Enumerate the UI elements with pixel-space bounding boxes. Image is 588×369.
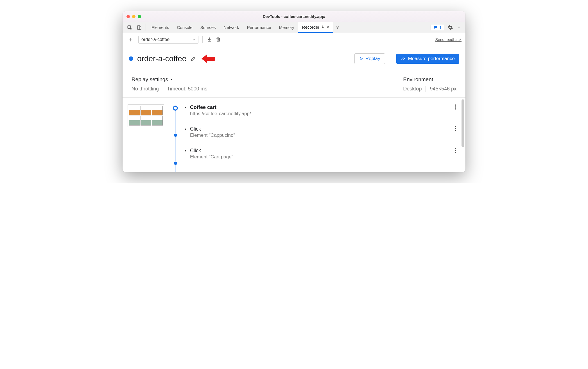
- play-icon: [359, 57, 363, 61]
- minimize-window-button[interactable]: [132, 15, 135, 18]
- svg-rect-2: [139, 27, 141, 29]
- step-subtitle: Element "Cart page": [190, 154, 233, 160]
- chat-icon: [433, 25, 438, 30]
- devtools-window: DevTools - coffee-cart.netlify.app/ Elem…: [123, 11, 465, 172]
- send-feedback-link[interactable]: Send feedback: [435, 37, 462, 42]
- inspect-element-icon[interactable]: [125, 22, 134, 33]
- recording-steps: Coffee cart https://coffee-cart.netlify.…: [123, 98, 465, 169]
- issues-button[interactable]: 1: [431, 25, 444, 30]
- step-menu-button[interactable]: [455, 104, 460, 110]
- measure-performance-button[interactable]: Measure performance: [396, 54, 459, 64]
- svg-point-6: [459, 28, 460, 29]
- step-title: Click: [190, 126, 235, 132]
- window-titlebar: DevTools - coffee-cart.netlify.app/: [123, 11, 465, 22]
- svg-point-4: [459, 26, 460, 26]
- zoom-window-button[interactable]: [138, 15, 141, 18]
- recording-title: order-a-coffee: [137, 54, 186, 63]
- svg-point-5: [459, 27, 460, 28]
- recording-status-dot: [129, 56, 133, 61]
- vertical-scrollbar[interactable]: [462, 99, 464, 147]
- timeline-node[interactable]: [174, 162, 177, 165]
- tab-performance[interactable]: Performance: [243, 22, 275, 33]
- timeline-node[interactable]: [173, 106, 178, 111]
- device-toolbar-icon[interactable]: [134, 22, 144, 33]
- environment-heading: Environment: [403, 76, 456, 83]
- recording-header: order-a-coffee Replay Measure performanc…: [123, 46, 465, 71]
- viewport-value: 945×546 px: [430, 86, 456, 92]
- recording-select-value: order-a-coffee: [141, 37, 169, 42]
- recorder-toolbar: ＋ order-a-coffee Send feedback: [123, 33, 465, 46]
- edit-title-button[interactable]: [190, 56, 196, 62]
- more-options-icon[interactable]: [456, 25, 462, 30]
- replay-settings-toggle[interactable]: Replay settings: [132, 76, 207, 83]
- expand-step-icon[interactable]: [184, 106, 187, 109]
- tab-elements[interactable]: Elements: [148, 22, 173, 33]
- issues-count: 1: [439, 25, 442, 30]
- window-title: DevTools - coffee-cart.netlify.app/: [123, 14, 465, 19]
- replay-label: Replay: [365, 56, 380, 62]
- measure-label: Measure performance: [408, 56, 455, 62]
- step-menu-button[interactable]: [455, 126, 460, 131]
- tab-network[interactable]: Network: [220, 22, 243, 33]
- tab-memory[interactable]: Memory: [275, 22, 298, 33]
- throttling-value: No throttling: [132, 86, 159, 92]
- delete-button[interactable]: [216, 37, 221, 42]
- step-subtitle: Element "Cappucino": [190, 133, 235, 138]
- timeline-node[interactable]: [174, 134, 177, 137]
- tab-sources[interactable]: Sources: [196, 22, 220, 33]
- tab-recorder[interactable]: Recorder ×: [298, 22, 333, 33]
- replay-settings-row: Replay settings No throttling Timeout: 5…: [123, 71, 465, 98]
- step-title: Click: [190, 148, 233, 154]
- recording-step[interactable]: Click Element "Cappucino": [184, 126, 460, 138]
- chevron-down-icon: [192, 38, 195, 41]
- new-recording-button[interactable]: ＋: [126, 35, 135, 44]
- step-menu-button[interactable]: [455, 148, 460, 153]
- step-title: Coffee cart: [190, 104, 251, 110]
- devtools-tabbar: Elements Console Sources Network Perform…: [123, 22, 465, 33]
- replay-button[interactable]: Replay: [354, 53, 385, 64]
- svg-rect-3: [435, 27, 437, 27]
- settings-icon[interactable]: [447, 25, 453, 30]
- expand-step-icon[interactable]: [184, 149, 187, 152]
- recording-step[interactable]: Click Element "Cart page": [184, 148, 460, 160]
- step-subtitle: https://coffee-cart.netlify.app/: [190, 111, 251, 117]
- flask-icon: [321, 25, 325, 29]
- step-thumbnail: [128, 104, 164, 127]
- traffic-lights: [126, 15, 141, 18]
- close-window-button[interactable]: [126, 15, 130, 18]
- timeout-value: Timeout: 5000 ms: [167, 86, 207, 92]
- annotation-arrow-icon: [202, 53, 215, 64]
- more-tabs-icon[interactable]: [333, 22, 342, 33]
- device-value: Desktop: [403, 86, 422, 92]
- recording-select[interactable]: order-a-coffee: [138, 36, 198, 44]
- export-button[interactable]: [207, 37, 212, 42]
- expand-step-icon[interactable]: [184, 127, 187, 131]
- tab-console[interactable]: Console: [173, 22, 196, 33]
- chevron-right-icon: [170, 78, 173, 81]
- close-tab-icon[interactable]: ×: [326, 25, 329, 30]
- recording-step[interactable]: Coffee cart https://coffee-cart.netlify.…: [184, 104, 460, 117]
- gauge-icon: [401, 56, 406, 61]
